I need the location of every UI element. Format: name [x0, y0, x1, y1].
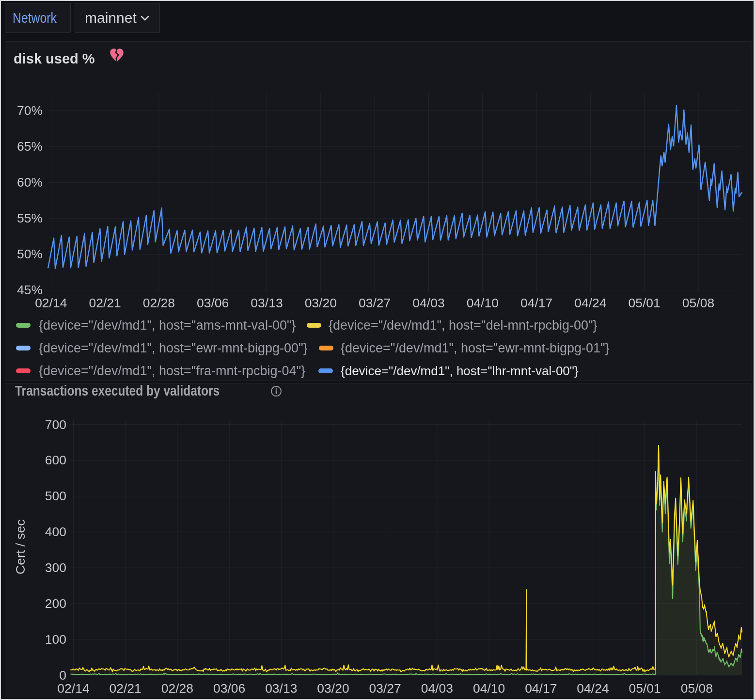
svg-text:03/20: 03/20: [305, 296, 337, 310]
svg-text:03/20: 03/20: [317, 681, 349, 696]
svg-text:65%: 65%: [17, 139, 43, 154]
svg-text:300: 300: [45, 560, 66, 575]
svg-text:700: 700: [45, 417, 66, 432]
svg-text:02/28: 02/28: [143, 296, 175, 310]
svg-text:05/08: 05/08: [681, 681, 713, 696]
svg-text:04/24: 04/24: [577, 681, 609, 696]
svg-text:0: 0: [59, 668, 66, 683]
svg-text:02/14: 02/14: [57, 681, 89, 696]
svg-text:04/17: 04/17: [520, 296, 552, 310]
svg-text:04/10: 04/10: [467, 296, 499, 310]
svg-text:04/03: 04/03: [421, 681, 453, 696]
svg-text:05/01: 05/01: [629, 296, 661, 310]
svg-text:02/21: 02/21: [110, 681, 142, 696]
svg-text:02/21: 02/21: [89, 296, 121, 310]
svg-text:600: 600: [45, 453, 66, 467]
svg-text:Cert / sec: Cert / sec: [13, 520, 28, 574]
svg-text:200: 200: [45, 596, 66, 611]
svg-text:05/01: 05/01: [629, 681, 661, 696]
svg-text:02/14: 02/14: [35, 296, 67, 310]
svg-text:100: 100: [45, 632, 66, 647]
svg-text:03/13: 03/13: [265, 681, 297, 696]
svg-text:400: 400: [45, 525, 66, 539]
svg-text:03/27: 03/27: [359, 296, 391, 310]
svg-text:02/28: 02/28: [161, 681, 193, 696]
svg-text:45%: 45%: [17, 283, 43, 297]
svg-text:55%: 55%: [17, 211, 43, 225]
svg-text:03/27: 03/27: [369, 681, 401, 696]
svg-text:60%: 60%: [17, 175, 43, 190]
svg-text:04/17: 04/17: [525, 681, 557, 696]
svg-text:03/06: 03/06: [213, 681, 245, 696]
svg-text:04/24: 04/24: [574, 296, 606, 310]
svg-text:04/03: 04/03: [412, 296, 444, 310]
svg-text:05/08: 05/08: [682, 296, 714, 310]
svg-text:70%: 70%: [17, 103, 43, 118]
svg-text:50%: 50%: [17, 247, 43, 261]
svg-text:03/13: 03/13: [251, 296, 283, 310]
svg-text:04/10: 04/10: [473, 681, 505, 696]
svg-text:03/06: 03/06: [197, 296, 229, 310]
svg-text:500: 500: [45, 489, 66, 503]
